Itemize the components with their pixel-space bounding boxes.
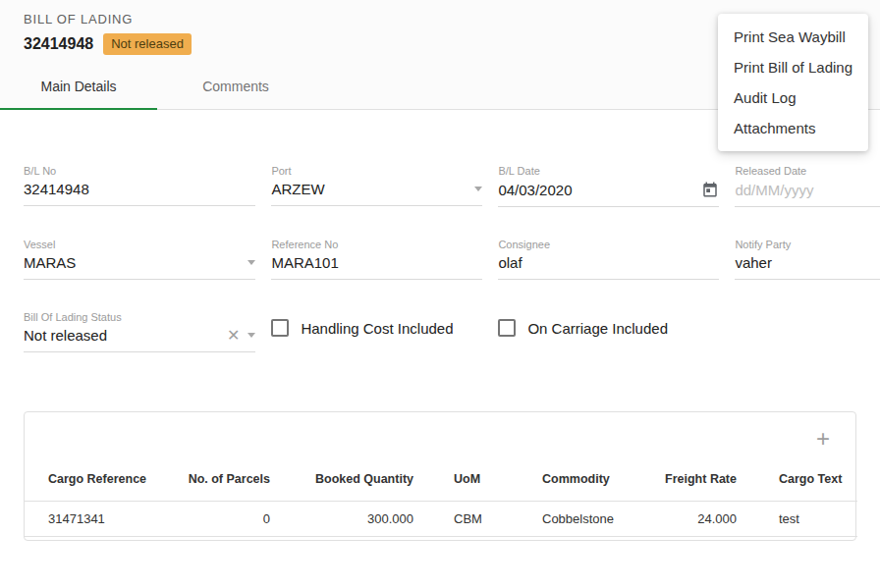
page-title: 32414948 xyxy=(24,35,93,53)
released-date-input[interactable] xyxy=(735,182,880,198)
table-row[interactable]: 31471341 0 300.000 CBM Cobbelstone 24.00… xyxy=(25,502,857,537)
column-header-commodity: Commodity xyxy=(542,465,660,502)
column-header-cargo-reference: Cargo Reference xyxy=(25,465,172,502)
checkbox-icon[interactable] xyxy=(498,319,516,337)
chevron-down-icon[interactable] xyxy=(474,187,482,191)
checkbox-handling-cost[interactable]: Handling Cost Included xyxy=(271,319,482,337)
menu-item-attachments[interactable]: Attachments xyxy=(718,113,868,143)
tab-main-details[interactable]: Main Details xyxy=(0,63,157,109)
field-label: Bill Of Lading Status xyxy=(24,311,255,323)
field-label: B/L No xyxy=(24,165,255,177)
table-header-row: Cargo Reference No. of Parcels Booked Qu… xyxy=(25,465,857,502)
field-bl-status: Bill Of Lading Status ✕ xyxy=(24,311,255,352)
checkbox-on-carriage[interactable]: On Carriage Included xyxy=(498,319,719,337)
column-header-uom: UoM xyxy=(413,465,542,502)
cargo-card-toolbar: + xyxy=(25,412,855,465)
table-cell-cargo-reference: 31471341 xyxy=(25,502,172,537)
field-notify-party: Notify Party xyxy=(735,239,880,280)
field-label: Reference No xyxy=(271,239,482,250)
clear-icon[interactable]: ✕ xyxy=(227,328,240,344)
table-cell-no-of-parcels: 0 xyxy=(172,502,270,537)
field-bl-date: B/L Date xyxy=(498,165,719,207)
field-label: Vessel xyxy=(24,239,255,250)
table-cell-commodity: Cobbelstone xyxy=(542,502,660,537)
field-label: Consignee xyxy=(498,239,719,250)
field-port: Port xyxy=(271,165,482,207)
bl-no-input[interactable] xyxy=(24,181,255,197)
field-released-date: Released Date xyxy=(735,165,880,207)
chevron-down-icon[interactable] xyxy=(248,260,255,265)
reference-no-input[interactable] xyxy=(271,254,482,271)
column-header-booked-quantity: Booked Quantity xyxy=(270,465,413,502)
notify-party-input[interactable] xyxy=(735,254,880,271)
cargo-table: Cargo Reference No. of Parcels Booked Qu… xyxy=(25,465,857,537)
calendar-icon[interactable] xyxy=(701,181,719,198)
chevron-down-icon[interactable] xyxy=(248,333,255,338)
table-cell-cargo-text: test xyxy=(737,502,857,537)
field-label: B/L Date xyxy=(498,165,719,177)
column-header-no-of-parcels: No. of Parcels xyxy=(172,465,270,502)
bl-status-select[interactable] xyxy=(24,327,219,344)
consignee-input[interactable] xyxy=(498,254,719,271)
table-cell-uom: CBM xyxy=(413,502,542,537)
menu-item-print-bill-of-lading[interactable]: Print Bill of Lading xyxy=(718,52,868,82)
menu-item-print-sea-waybill[interactable]: Print Sea Waybill xyxy=(718,22,868,52)
actions-menu: Print Sea Waybill Print Bill of Lading A… xyxy=(718,14,868,151)
field-label: Released Date xyxy=(735,165,880,177)
port-select[interactable] xyxy=(271,181,467,197)
field-reference-no: Reference No xyxy=(271,239,482,280)
field-consignee: Consignee xyxy=(498,239,719,280)
column-header-cargo-text: Cargo Text xyxy=(737,465,857,502)
vessel-select[interactable] xyxy=(24,254,240,271)
table-cell-booked-quantity: 300.000 xyxy=(270,502,413,537)
field-label: Port xyxy=(271,165,482,177)
status-badge: Not released xyxy=(103,33,192,55)
bl-date-input[interactable] xyxy=(498,182,693,198)
checkbox-label: On Carriage Included xyxy=(527,320,668,337)
checkbox-label: Handling Cost Included xyxy=(301,320,453,337)
column-header-freight-rate: Freight Rate xyxy=(660,465,737,502)
field-vessel: Vessel xyxy=(24,239,255,280)
checkbox-icon[interactable] xyxy=(271,319,289,337)
table-cell-freight-rate: 24.000 xyxy=(660,502,737,537)
cargo-items-card: + Cargo Reference No. of Parcels Booked … xyxy=(24,411,856,541)
form-spacer xyxy=(735,311,880,352)
field-bl-no: B/L No xyxy=(24,165,255,207)
menu-item-audit-log[interactable]: Audit Log xyxy=(718,82,868,113)
field-label: Notify Party xyxy=(735,239,880,250)
tab-comments[interactable]: Comments xyxy=(157,63,314,109)
add-icon[interactable]: + xyxy=(816,427,830,451)
